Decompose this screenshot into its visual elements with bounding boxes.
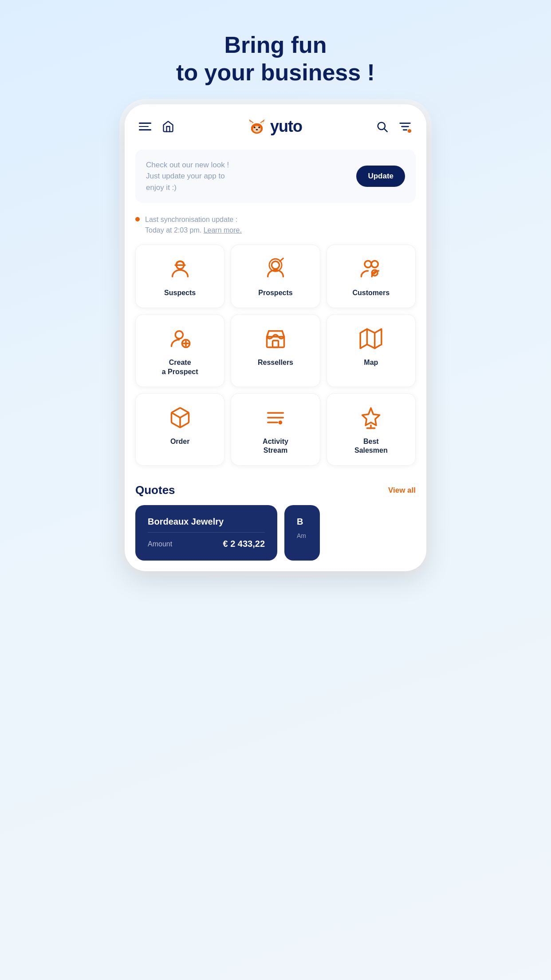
map-label: Map: [364, 358, 378, 368]
quote-card-bordeaux[interactable]: Bordeaux Jewelry Amount € 2 433,22: [135, 505, 277, 561]
svg-line-10: [384, 129, 387, 131]
ressellers-icon: [264, 327, 287, 352]
customers-icon: [359, 257, 382, 282]
learn-more-link[interactable]: Learn more.: [204, 226, 242, 234]
quote-card-amount-row: Amount € 2 433,22: [148, 532, 265, 549]
quote-card-partial-label: Am: [297, 532, 307, 539]
svg-point-8: [258, 126, 260, 128]
svg-line-18: [280, 258, 283, 261]
fox-logo-icon: [247, 117, 267, 136]
activity-stream-label: ActivityStream: [263, 437, 288, 456]
prospects-icon: [264, 257, 287, 282]
menu-card-map[interactable]: Map: [327, 314, 416, 387]
svg-point-22: [175, 331, 183, 339]
quotes-header: Quotes View all: [135, 483, 416, 497]
hero-line2: to your business !: [176, 59, 375, 85]
order-icon: [169, 406, 192, 431]
notification-banner: Check out our new look ! Just update you…: [135, 150, 416, 203]
logo: yuto: [247, 117, 302, 136]
quote-card-partial-title: B: [297, 517, 307, 527]
svg-point-19: [365, 261, 371, 268]
quote-card-title: Bordeaux Jewelry: [148, 517, 265, 527]
svg-point-7: [254, 126, 256, 128]
menu-card-suspects[interactable]: Suspects: [135, 245, 224, 308]
prospects-label: Prospects: [258, 288, 292, 298]
svg-marker-28: [360, 329, 382, 348]
menu-card-activity-stream[interactable]: ActivityStream: [231, 393, 320, 466]
suspects-label: Suspects: [164, 288, 196, 298]
hamburger-icon[interactable]: [139, 120, 151, 133]
svg-rect-27: [272, 340, 278, 347]
sync-indicator: [135, 217, 140, 221]
menu-card-customers[interactable]: Customers: [327, 245, 416, 308]
hero-line1: Bring fun: [224, 32, 327, 58]
sync-text: Last synchronisation update : Today at 2…: [145, 214, 242, 236]
map-icon: [359, 327, 382, 352]
customers-label: Customers: [353, 288, 390, 298]
phone-frame: yuto Check out our new look !: [125, 104, 426, 571]
menu-card-order[interactable]: Order: [135, 393, 224, 466]
filter-icon[interactable]: [398, 119, 412, 134]
menu-card-prospects[interactable]: Prospects: [231, 245, 320, 308]
header-right: [375, 119, 412, 134]
quote-amount-label: Amount: [148, 540, 172, 548]
svg-point-6: [256, 129, 258, 130]
sync-status: Last synchronisation update : Today at 2…: [125, 211, 426, 245]
view-all-link[interactable]: View all: [388, 486, 416, 495]
best-salesmen-label: BestSalesmen: [354, 437, 388, 456]
quotes-cards: Bordeaux Jewelry Amount € 2 433,22 B Am: [135, 505, 416, 571]
update-button[interactable]: Update: [356, 166, 405, 187]
app-header: yuto: [125, 104, 426, 145]
order-label: Order: [170, 437, 190, 447]
menu-card-best-salesmen[interactable]: BestSalesmen: [327, 393, 416, 466]
best-salesmen-icon: [359, 406, 382, 431]
ressellers-label: Ressellers: [258, 358, 293, 368]
logo-text: yuto: [270, 117, 302, 136]
suspects-icon: [169, 257, 192, 282]
create-prospect-label: Createa Prospect: [162, 358, 198, 377]
header-left: [139, 120, 174, 133]
menu-card-ressellers[interactable]: Ressellers: [231, 314, 320, 387]
svg-point-20: [371, 261, 378, 268]
notification-text: Check out our new look ! Just update you…: [146, 159, 349, 194]
search-icon[interactable]: [375, 119, 389, 134]
create-prospect-icon: [169, 327, 192, 352]
home-icon[interactable]: [162, 120, 174, 133]
quote-amount-value: € 2 433,22: [223, 539, 265, 549]
hero-section: Bring fun to your business !: [158, 0, 393, 104]
menu-grid: Suspects Prospects: [125, 245, 426, 473]
menu-card-create-prospect[interactable]: Createa Prospect: [135, 314, 224, 387]
svg-point-35: [278, 420, 282, 424]
filter-dot: [408, 129, 411, 133]
quote-card-partial[interactable]: B Am: [284, 505, 320, 561]
quotes-section: Quotes View all Bordeaux Jewelry Amount …: [125, 473, 426, 571]
svg-point-16: [272, 261, 279, 269]
activity-stream-icon: [264, 406, 287, 431]
quotes-title: Quotes: [135, 483, 175, 497]
